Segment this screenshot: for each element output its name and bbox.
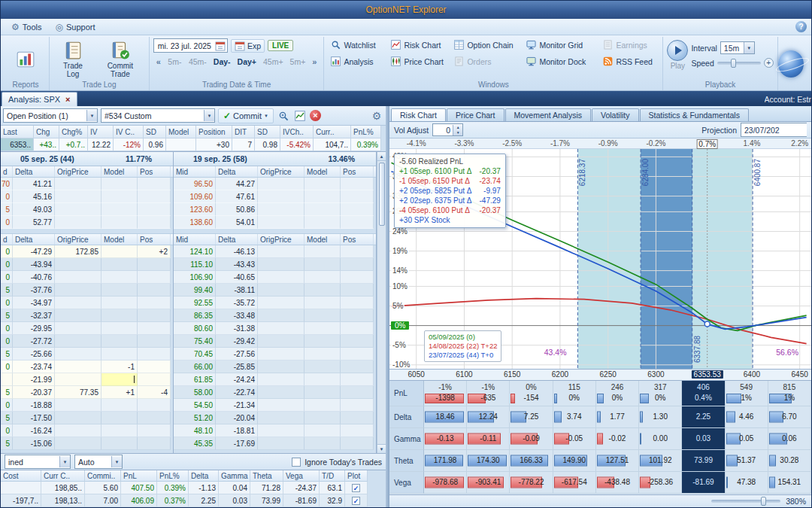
zoom-icon[interactable] xyxy=(277,109,290,123)
plot-checkbox[interactable]: ✓ xyxy=(352,484,360,492)
exp-button[interactable]: Exp xyxy=(231,39,265,53)
option-row[interactable]: 045.16 xyxy=(1,190,173,203)
scrollbar-thumb[interactable] xyxy=(379,163,385,226)
chain-scrollbar[interactable]: ▲ ▼ xyxy=(377,152,386,453)
nav-45m[interactable]: 45m- xyxy=(186,55,210,68)
option-row[interactable]: 99.40-38.11 xyxy=(174,284,376,297)
option-row[interactable]: 5-17.50 xyxy=(1,412,173,424)
option-row[interactable]: 5-32.37 xyxy=(1,309,173,322)
commit-trade-button[interactable]: Commit Trade xyxy=(95,38,145,79)
option-row[interactable]: 052.77 xyxy=(1,216,173,229)
nav-5m[interactable]: 5m- xyxy=(165,55,185,68)
option-row[interactable]: 5-15.06 xyxy=(1,437,173,450)
settings-gear-icon[interactable]: ⚙ xyxy=(370,109,383,123)
option-row[interactable]: 115.10-43.43 xyxy=(174,258,376,271)
help-icon[interactable]: ? xyxy=(795,21,807,32)
nav-day[interactable]: Day- xyxy=(211,55,234,68)
window-button-analysis[interactable]: Analysis xyxy=(328,55,388,68)
speed-slider[interactable] xyxy=(717,62,761,65)
option-row[interactable]: 0-29.95 xyxy=(1,322,173,335)
option-row[interactable]: 109.6047.61 xyxy=(174,190,376,203)
option-row[interactable]: 58.00-22.74 xyxy=(174,386,376,399)
option-row[interactable]: 549.03 xyxy=(1,203,173,216)
interval-select[interactable]: 15m▼ xyxy=(720,41,755,54)
vol-adjust-spinner[interactable]: 0 ▲▼ xyxy=(432,123,463,136)
nav-day[interactable]: Day+ xyxy=(235,55,259,68)
play-button[interactable] xyxy=(667,40,688,61)
option-row[interactable]: 0-47.29172.85+2 xyxy=(1,245,173,258)
option-row[interactable]: 45.35-17.69 xyxy=(174,437,376,450)
tab-analysis-spx[interactable]: Analysis: SPX × xyxy=(2,92,77,106)
option-row[interactable]: 96.5044.27 xyxy=(174,178,376,190)
window-button-option-chain[interactable]: Option Chain xyxy=(451,38,523,51)
option-row[interactable]: 66.00-25.85 xyxy=(174,360,376,373)
option-row[interactable]: 51.20-20.04 xyxy=(174,412,376,424)
spinner-arrows-icon[interactable]: ▲▼ xyxy=(453,125,462,135)
speed-plus-icon[interactable]: + xyxy=(764,58,774,68)
option-row[interactable]: 86.35-33.48 xyxy=(174,309,376,322)
option-row[interactable]: 5-37.76 xyxy=(1,284,173,297)
option-row[interactable]: 5-20.3777.35+1-4 xyxy=(1,386,173,399)
window-button-monitor-dock[interactable]: Monitor Dock xyxy=(523,55,600,68)
option-row[interactable]: 0-27.72 xyxy=(1,335,173,348)
rewind-button[interactable]: « xyxy=(153,56,164,68)
option-row[interactable]: 80.60-31.38 xyxy=(174,322,376,335)
risk-chart-plot[interactable]: 6218.376284.006337.886400.8743.4%56.6%43… xyxy=(389,149,811,369)
option-row[interactable]: 0-43.94 xyxy=(1,258,173,271)
option-row[interactable]: 75.40-29.42 xyxy=(174,335,376,348)
close-tab-icon[interactable]: × xyxy=(65,95,70,104)
plot-checkbox[interactable]: ✓ xyxy=(352,497,360,505)
option-row[interactable]: 0-16.24 xyxy=(1,424,173,437)
nav-5m[interactable]: 5m+ xyxy=(287,55,309,68)
totals-row[interactable]: -197,7..198,13..7.00406.090.37%2.250.037… xyxy=(1,494,386,507)
option-row[interactable]: -21.99 xyxy=(1,373,173,386)
auto-select[interactable]: Auto▼ xyxy=(74,455,123,469)
option-row[interactable]: 106.90-40.65 xyxy=(174,271,376,284)
option-row[interactable]: 92.55-35.72 xyxy=(174,297,376,309)
option-row[interactable]: 0-40.76 xyxy=(1,271,173,284)
menu-tools[interactable]: ⚙Tools xyxy=(5,21,47,33)
option-row[interactable]: 0-23.74-1 xyxy=(1,360,173,373)
chart-icon[interactable] xyxy=(293,109,307,123)
combined-select[interactable]: ined▼ xyxy=(5,455,71,469)
scroll-down-icon[interactable]: ▼ xyxy=(377,444,386,453)
speed-slider-thumb[interactable] xyxy=(731,59,736,68)
projection-date-select[interactable]: 23/07/202 xyxy=(741,123,807,137)
option-row[interactable]: 70.45-27.56 xyxy=(174,348,376,360)
option-row[interactable]: 61.85-24.24 xyxy=(174,373,376,386)
menu-support[interactable]: ◎Support xyxy=(49,21,101,33)
option-row[interactable]: 7041.21 xyxy=(1,178,173,190)
forward-button[interactable]: » xyxy=(309,56,320,68)
calendar-icon[interactable] xyxy=(215,41,226,51)
tab-volatility[interactable]: Volatility xyxy=(592,108,639,121)
tab-movement-analysis[interactable]: Movement Analysis xyxy=(505,108,591,121)
window-button-price-chart[interactable]: Price Chart xyxy=(388,55,451,68)
window-button-monitor-grid[interactable]: Monitor Grid xyxy=(523,38,600,51)
option-row[interactable]: 0-18.88 xyxy=(1,399,173,412)
window-button-watchlist[interactable]: Watchlist xyxy=(328,38,388,51)
delete-position-icon[interactable]: × xyxy=(310,110,321,121)
option-row[interactable]: 138.6054.01 xyxy=(174,216,376,229)
option-row[interactable]: 123.6050.86 xyxy=(174,203,376,216)
option-row[interactable]: 54.50-21.34 xyxy=(174,399,376,412)
totals-row[interactable]: 198,85..5.60407.500.39%-1.130.0471.28-24… xyxy=(1,482,386,494)
option-row[interactable]: 0-34.97 xyxy=(1,297,173,309)
open-position-select[interactable]: Open Position (1)▼ xyxy=(3,108,98,123)
window-button-risk-chart[interactable]: Risk Chart xyxy=(388,38,451,51)
tab-price-chart[interactable]: Price Chart xyxy=(447,108,504,121)
tab-statistics-fundamentals[interactable]: Statistics & Fundamentals xyxy=(640,108,749,121)
reports-button[interactable] xyxy=(6,47,45,70)
commit-button[interactable]: ✓Commit▼ xyxy=(218,108,274,123)
scroll-up-icon[interactable]: ▲ xyxy=(377,152,386,161)
option-row[interactable]: 48.10-18.81 xyxy=(174,424,376,437)
window-button-rss-feed[interactable]: RSS Feed xyxy=(600,55,659,68)
trade-date-input[interactable]: mi. 23 jul. 2025 xyxy=(153,38,228,53)
zoom-slider-thumb[interactable] xyxy=(761,497,766,506)
ignore-trades-checkbox[interactable] xyxy=(292,458,301,467)
nav-45m[interactable]: 45m+ xyxy=(260,55,286,68)
trade-log-button[interactable]: Trade Log xyxy=(53,38,92,79)
option-row[interactable]: 124.10-46.13 xyxy=(174,245,376,258)
option-row[interactable]: 5-25.66 xyxy=(1,348,173,360)
tab-risk-chart[interactable]: Risk Chart xyxy=(391,108,446,121)
strategy-select[interactable]: #534 Custom▼ xyxy=(101,108,215,123)
